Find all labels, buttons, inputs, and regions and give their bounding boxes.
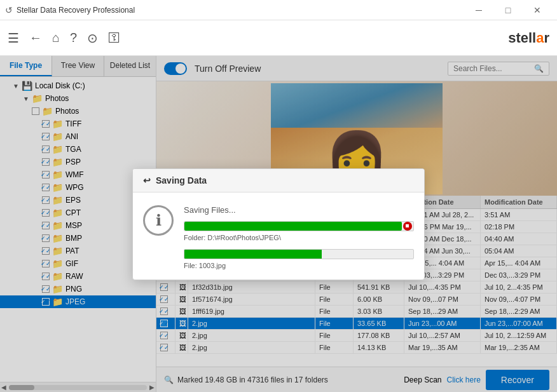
help-icon[interactable]: ? [70, 30, 77, 45]
app-title: Stellar Data Recovery Professional [17, 6, 135, 15]
title-bar: ↺ Stellar Data Recovery Professional ─ □… [0, 0, 557, 20]
cart-icon[interactable]: ⊙ [87, 30, 98, 46]
stop-button[interactable] [403, 222, 412, 231]
dialog-title-icon: ↩ [143, 175, 151, 186]
brand-logo: stellar [508, 30, 549, 46]
title-bar-controls: ─ □ ✕ [464, 0, 552, 20]
app-back-icon: ↺ [5, 5, 13, 15]
dialog-title: Saving Data [156, 175, 207, 186]
file-progress-bar [184, 249, 414, 259]
menu-icon[interactable]: ☰ [8, 30, 19, 46]
main-progress-bar [184, 221, 414, 231]
title-bar-left: ↺ Stellar Data Recovery Professional [5, 5, 135, 15]
saving-text: Saving Files... [184, 205, 414, 215]
dialog-info-icon: ℹ [143, 205, 174, 236]
minimize-button[interactable]: ─ [464, 0, 493, 20]
dialog-right: Saving Files... Folder: D:\#Root\Photos\… [184, 205, 414, 269]
folder-path: Folder: D:\#Root\Photos\JPEG\ [184, 234, 414, 241]
back-icon[interactable]: ← [29, 30, 42, 45]
main-container: File Type Tree View Deleted List ▼ 💾 Loc… [0, 56, 557, 392]
maximize-button[interactable]: □ [493, 0, 523, 20]
current-file: File: 1003.jpg [184, 262, 414, 269]
key-icon[interactable]: ⚿ [108, 30, 121, 45]
dialog-overlay: ↩ Saving Data ℹ Saving Files... Folder: … [0, 56, 557, 392]
saving-dialog: ↩ Saving Data ℹ Saving Files... Folder: … [132, 168, 425, 280]
home-icon[interactable]: ⌂ [52, 30, 60, 45]
dialog-body: ℹ Saving Files... Folder: D:\#Root\Photo… [133, 193, 424, 280]
dialog-header: ↩ Saving Data [133, 169, 424, 193]
close-button[interactable]: ✕ [523, 0, 552, 20]
toolbar: ☰ ← ⌂ ? ⊙ ⚿ stellar [0, 20, 557, 56]
main-progress-fill [184, 222, 402, 231]
dialog-content: ℹ Saving Files... Folder: D:\#Root\Photo… [143, 205, 414, 269]
file-progress-fill [184, 250, 322, 259]
